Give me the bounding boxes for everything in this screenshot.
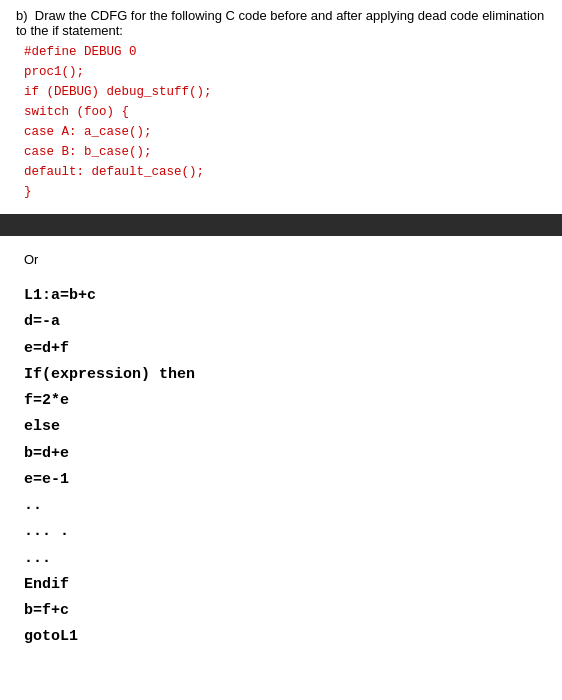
alt-line-4: If(expression) then bbox=[24, 362, 538, 388]
code-line-1: #define DEBUG 0 bbox=[24, 42, 546, 62]
question-label: b) Draw the CDFG for the following C cod… bbox=[16, 8, 546, 38]
bottom-section: Or L1:a=b+c d=-a e=d+f If(expression) th… bbox=[0, 236, 562, 667]
following-highlight: following bbox=[171, 8, 222, 23]
alt-line-10: ... . bbox=[24, 519, 538, 545]
alt-line-5: f=2*e bbox=[24, 388, 538, 414]
and-highlight: and bbox=[311, 8, 333, 23]
code-block: #define DEBUG 0 proc1(); if (DEBUG) debu… bbox=[16, 42, 546, 202]
code-line-8: } bbox=[24, 182, 546, 202]
alt-line-11: ... bbox=[24, 546, 538, 572]
or-label: Or bbox=[24, 252, 538, 267]
top-section: b) Draw the CDFG for the following C cod… bbox=[0, 0, 562, 214]
question-intro: Draw the CDFG for the following C code b… bbox=[16, 8, 544, 38]
code-line-3: if (DEBUG) debug_stuff(); bbox=[24, 82, 546, 102]
code-line-7: default: default_case(); bbox=[24, 162, 546, 182]
alt-line-2: d=-a bbox=[24, 309, 538, 335]
alt-line-1: L1:a=b+c bbox=[24, 283, 538, 309]
alt-line-3: e=d+f bbox=[24, 336, 538, 362]
alt-line-9: .. bbox=[24, 493, 538, 519]
divider-bar bbox=[0, 214, 562, 236]
code-line-6: case B: b_case(); bbox=[24, 142, 546, 162]
code-line-2: proc1(); bbox=[24, 62, 546, 82]
alt-line-8: e=e-1 bbox=[24, 467, 538, 493]
alt-line-12: Endif bbox=[24, 572, 538, 598]
question-prefix: b) bbox=[16, 8, 28, 23]
alt-line-14: gotoL1 bbox=[24, 624, 538, 650]
alt-code-block: L1:a=b+c d=-a e=d+f If(expression) then … bbox=[24, 283, 538, 651]
code-line-5: case A: a_case(); bbox=[24, 122, 546, 142]
alt-line-7: b=d+e bbox=[24, 441, 538, 467]
alt-line-13: b=f+c bbox=[24, 598, 538, 624]
code-line-4: switch (foo) { bbox=[24, 102, 546, 122]
alt-line-6: else bbox=[24, 414, 538, 440]
